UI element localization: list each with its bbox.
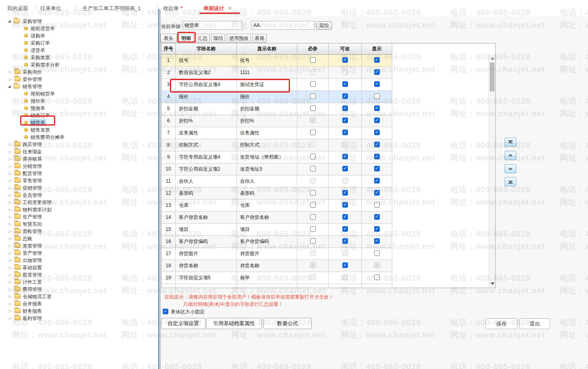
checkbox-unchecked[interactable]	[310, 238, 316, 244]
visible-cell[interactable]: ✓	[362, 103, 392, 115]
sidebar-item-库存核算[interactable]: ▷库存核算	[0, 155, 158, 163]
editable-cell[interactable]: ✓	[329, 115, 362, 127]
collapse-icon[interactable]: ▷	[9, 155, 12, 163]
checkbox-unchecked[interactable]	[374, 250, 380, 256]
checkbox-checked[interactable]: ✓	[342, 202, 348, 208]
editable-cell[interactable]: ✓	[329, 236, 362, 248]
sidebar-item-合并报表[interactable]: ▷合并报表	[0, 300, 158, 307]
checkbox-unchecked[interactable]	[310, 81, 316, 87]
column-header-字段名称[interactable]: 字段名称	[176, 43, 237, 55]
sidebar-item-配货管理[interactable]: ▷配货管理	[0, 170, 158, 177]
sidebar-item-报价单[interactable]: 报价单	[0, 97, 158, 105]
checkbox-unchecked[interactable]	[374, 274, 380, 280]
sidebar-item-预测单[interactable]: 预测单	[0, 105, 158, 112]
collapse-icon[interactable]: ▷	[9, 228, 12, 235]
checkbox-checked[interactable]: ✓	[374, 166, 380, 171]
editable-cell[interactable]: ✓	[329, 212, 362, 224]
sidebar-item-销售管理[interactable]: ◢销售管理	[0, 83, 158, 90]
move-up-button[interactable]	[505, 151, 516, 160]
visible-cell[interactable]: ✓	[362, 127, 392, 139]
detail-tab-表头[interactable]: 表头	[160, 34, 177, 43]
body-size-fixed-checkbox[interactable]: ✓	[163, 309, 168, 314]
visible-cell[interactable]: ✓	[362, 139, 392, 151]
visible-cell[interactable]: ✓	[362, 236, 392, 248]
checkbox-unchecked[interactable]	[310, 154, 316, 159]
sidebar-item-发票管理[interactable]: ▷发票管理	[0, 242, 158, 249]
sidebar-item-采购询价[interactable]: ▷采购询价	[0, 68, 158, 76]
checkbox-checked[interactable]: ✓	[342, 81, 348, 87]
checkbox-checked[interactable]: ✓	[374, 190, 380, 196]
sidebar-item-零售管理[interactable]: ▷零售管理	[0, 177, 158, 184]
checkbox-checked[interactable]: ✓	[374, 118, 380, 123]
visible-cell[interactable]: ✓	[362, 212, 392, 224]
collapse-icon[interactable]: ▷	[9, 170, 12, 177]
required-cell[interactable]: ✓	[297, 260, 329, 272]
collapse-icon[interactable]: ▷	[9, 249, 12, 257]
required-cell[interactable]	[297, 67, 329, 79]
checkbox-checked[interactable]: ✓	[374, 142, 380, 147]
checkbox-unchecked[interactable]	[310, 105, 316, 111]
checkbox-unchecked[interactable]	[374, 202, 380, 208]
visible-cell[interactable]: ✓	[362, 188, 392, 200]
collapse-icon[interactable]: ▷	[9, 184, 12, 192]
required-cell[interactable]	[297, 139, 329, 151]
editable-cell[interactable]	[329, 175, 362, 188]
collapse-icon[interactable]: ▷	[9, 141, 12, 148]
detail-tab-现结[interactable]: 现结	[211, 34, 225, 43]
visible-cell[interactable]: ✓	[362, 79, 392, 91]
sidebar-item-委外管理[interactable]: ▷委外管理	[0, 76, 158, 83]
checkbox-checked[interactable]: ✓	[342, 105, 348, 111]
sidebar-item-采购订单[interactable]: 采购订单	[0, 39, 158, 47]
tab-我的桌面[interactable]: 我的桌面	[7, 5, 28, 12]
checkbox-checked[interactable]: ✓	[342, 190, 348, 196]
editable-cell[interactable]: ✓	[329, 260, 362, 272]
collapse-icon[interactable]: ▷	[9, 264, 12, 271]
checkbox-unchecked[interactable]	[310, 93, 316, 99]
required-cell[interactable]	[297, 188, 329, 200]
sidebar-item-销售费用分摊单[interactable]: 销售费用分摊单	[0, 134, 158, 141]
sidebar-item-生产管理[interactable]: ▷生产管理	[0, 213, 158, 221]
checkbox-checked[interactable]: ✓	[342, 262, 348, 268]
checkbox-checked[interactable]: ✓	[374, 105, 380, 111]
checkbox-checked[interactable]: ✓	[342, 118, 348, 123]
sidebar-item-期初销货单[interactable]: 期初销货单	[0, 90, 158, 97]
required-cell[interactable]	[297, 55, 329, 67]
move-to-top-button[interactable]	[505, 138, 516, 147]
visible-cell[interactable]: ✓	[362, 151, 392, 163]
visible-cell[interactable]	[362, 272, 392, 284]
tab-单据设计[interactable]: 单据设计×	[203, 5, 232, 12]
checkbox-checked[interactable]: ✓	[342, 93, 348, 99]
required-cell[interactable]	[297, 212, 329, 224]
visible-cell[interactable]: ✓	[362, 163, 392, 175]
document-code-input[interactable]	[251, 21, 315, 30]
checkbox-unchecked[interactable]	[310, 190, 316, 196]
grid-scrollbar[interactable]	[489, 55, 495, 288]
collapse-icon[interactable]: ▷	[9, 286, 12, 293]
collapse-icon[interactable]: ▷	[9, 206, 12, 213]
column-header-可改[interactable]: 可改	[329, 43, 362, 55]
visible-cell[interactable]: ✓	[362, 115, 392, 127]
collapse-icon[interactable]: ▷	[9, 148, 12, 155]
checkbox-checked[interactable]: ✓	[374, 238, 380, 244]
required-cell[interactable]: ✓	[297, 115, 329, 127]
visible-cell[interactable]: ✓	[362, 67, 392, 79]
editable-cell[interactable]: ✓	[329, 188, 362, 200]
visible-cell[interactable]	[362, 200, 392, 212]
required-cell[interactable]	[297, 91, 329, 103]
checkbox-unchecked[interactable]	[310, 166, 316, 171]
scrollbar-thumb[interactable]	[490, 62, 495, 91]
expand-icon[interactable]: ◢	[8, 18, 10, 25]
quantity-formula-button[interactable]: 数量公式	[263, 318, 312, 329]
sidebar-item-请购单[interactable]: 请购单	[0, 32, 158, 39]
checkbox-checked[interactable]: ✓	[342, 166, 348, 171]
tab-生产加工单工序明细表_1[interactable]: 生产加工单工序明细表_1	[83, 5, 141, 12]
checkbox-checked[interactable]: ✓	[342, 214, 348, 220]
checkbox-checked[interactable]: ✓	[342, 226, 348, 232]
checkbox-checked[interactable]: ✓	[374, 154, 380, 159]
exit-button[interactable]: 退出	[520, 318, 550, 329]
checkbox-checked[interactable]: ✓	[342, 154, 348, 159]
editable-cell[interactable]	[329, 248, 362, 260]
collapse-icon[interactable]: ▷	[9, 213, 12, 221]
sidebar-item-销售发票[interactable]: 销售发票	[0, 126, 158, 134]
required-cell[interactable]	[297, 200, 329, 212]
